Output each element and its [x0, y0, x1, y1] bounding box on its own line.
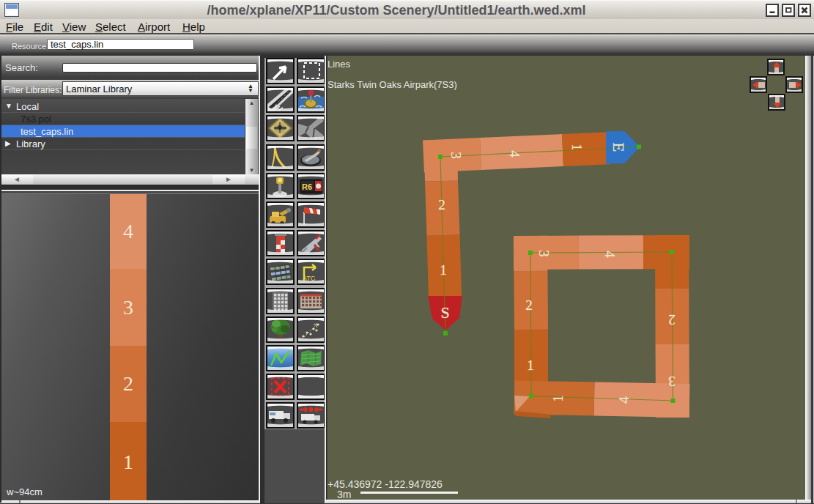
- svg-text:3: 3: [448, 152, 464, 159]
- svg-text:4: 4: [507, 150, 522, 158]
- svg-text:3: 3: [536, 250, 552, 257]
- svg-text:2: 2: [668, 312, 676, 327]
- svg-text:E: E: [610, 143, 627, 152]
- svg-text:2: 2: [525, 297, 533, 313]
- svg-text:S: S: [440, 303, 449, 322]
- svg-text:3: 3: [668, 374, 676, 389]
- svg-text:4: 4: [602, 251, 618, 258]
- svg-text:1: 1: [440, 262, 447, 278]
- svg-text:4: 4: [616, 396, 632, 404]
- svg-text:2: 2: [438, 197, 445, 212]
- svg-text:R6: R6: [302, 182, 312, 191]
- svg-text:1: 1: [550, 395, 566, 402]
- svg-text:1: 1: [569, 144, 585, 151]
- svg-text:1: 1: [527, 357, 534, 373]
